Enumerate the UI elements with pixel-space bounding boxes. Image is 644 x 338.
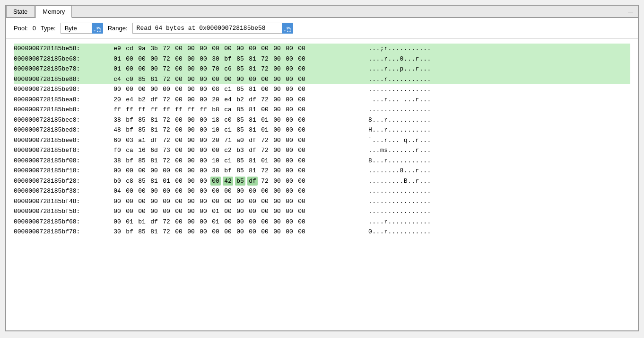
table-row: 0000000728185bf28:b0c88581010000000042b5…: [14, 176, 630, 187]
hex-address: 0000000728185bef8:: [14, 146, 108, 155]
table-row: 0000000728185bf68:0001b1df72000000010000…: [14, 217, 630, 227]
hex-byte: 00: [137, 166, 147, 176]
hex-byte: 00: [272, 227, 282, 237]
hex-byte: 72: [260, 54, 270, 64]
table-row: 0000000728185bf18:000000000000000038bf85…: [14, 166, 630, 176]
pool-value: 0: [33, 25, 36, 32]
tab-state[interactable]: State: [6, 6, 35, 17]
hex-byte: bf: [124, 116, 135, 125]
hex-byte: 00: [186, 95, 196, 105]
hex-address: 0000000728185bf08:: [14, 156, 108, 166]
hex-byte: 00: [284, 187, 295, 196]
hex-byte: 00: [284, 227, 295, 237]
hex-bytes-group: 38bf85817200000018c0858101000000: [112, 116, 363, 125]
ascii-representation: ...r... ...r...: [368, 95, 431, 105]
hex-byte: 00: [186, 187, 196, 196]
hex-byte: 00: [272, 54, 282, 64]
hex-byte: 00: [186, 146, 196, 155]
hex-byte: 42: [223, 177, 233, 186]
hex-address: 0000000728185bf68:: [14, 217, 108, 227]
hex-byte: 6d: [149, 146, 159, 155]
table-row: 0000000728185be98:000000000000000008c185…: [14, 84, 630, 95]
range-input-wrapper: [132, 23, 293, 34]
hex-byte: 00: [296, 227, 307, 237]
hex-byte: 00: [198, 217, 209, 227]
table-row: 0000000728185bf08:38bf85817200000010c185…: [14, 156, 630, 166]
hex-byte: ff: [198, 105, 209, 115]
hex-byte: 20: [210, 136, 221, 145]
hex-byte: 00: [296, 207, 307, 216]
table-row: 0000000728185bf78:30bf858172000000000000…: [14, 227, 630, 237]
hex-byte: 00: [284, 95, 295, 105]
hex-byte: 00: [235, 187, 245, 196]
hex-byte: 85: [137, 75, 147, 84]
hex-byte: 01: [112, 64, 122, 74]
hex-byte: 00: [198, 227, 209, 237]
hex-byte: 00: [137, 187, 147, 196]
hex-byte: 72: [161, 125, 172, 135]
hex-byte: 30: [210, 54, 221, 64]
hex-byte: df: [149, 95, 159, 105]
hex-byte: 81: [149, 116, 159, 125]
main-window: State Memory — Pool: 0 Type: Byte Word D…: [5, 5, 639, 331]
hex-byte: 81: [247, 125, 258, 135]
ascii-representation: ...ms.......r...: [368, 146, 431, 155]
range-input[interactable]: [132, 23, 293, 34]
hex-byte: 00: [174, 207, 184, 216]
hex-byte: 00: [174, 197, 184, 206]
hex-byte: 72: [161, 217, 172, 227]
hex-byte: 00: [296, 136, 307, 145]
hex-byte: 00: [174, 125, 184, 135]
hex-byte: 00: [174, 64, 184, 74]
hex-byte: 00: [198, 166, 209, 176]
hex-byte: c4: [112, 75, 122, 84]
hex-byte: 00: [284, 105, 295, 115]
hex-byte: df: [149, 136, 159, 145]
hex-byte: 01: [124, 217, 135, 227]
hex-byte: 00: [186, 116, 196, 125]
hex-bytes-group: 30bf8581720000000000000000000000: [112, 227, 363, 237]
minimize-button[interactable]: —: [623, 6, 638, 17]
hex-byte: 00: [186, 54, 196, 64]
hex-byte: 72: [161, 54, 172, 64]
hex-byte: 85: [235, 125, 245, 135]
hex-byte: 00: [149, 197, 159, 206]
hex-byte: 00: [161, 166, 172, 176]
hex-byte: 60: [112, 136, 122, 145]
hex-byte: 00: [186, 64, 196, 74]
hex-byte: 00: [296, 217, 307, 227]
type-select[interactable]: Byte Word DWord QWord: [61, 23, 103, 34]
hex-byte: 01: [260, 125, 270, 135]
hex-byte: 00: [260, 217, 270, 227]
hex-byte: 81: [149, 177, 159, 186]
table-row: 0000000728185bf58:0000000000000000010000…: [14, 206, 630, 217]
tab-memory[interactable]: Memory: [35, 6, 72, 18]
hex-byte: 10: [210, 125, 221, 135]
hex-byte: c1: [223, 85, 233, 94]
ascii-representation: 8...r...........: [368, 116, 431, 125]
hex-byte: 00: [186, 217, 196, 227]
hex-byte: 72: [260, 95, 270, 105]
table-row: 0000000728185bf38:0400000000000000000000…: [14, 186, 630, 196]
hex-byte: a1: [137, 136, 147, 145]
hex-byte: 00: [174, 217, 184, 227]
hex-byte: 00: [235, 227, 245, 237]
hex-byte: 00: [296, 156, 307, 166]
hex-byte: 00: [272, 197, 282, 206]
hex-byte: 00: [198, 197, 209, 206]
hex-byte: 00: [235, 207, 245, 216]
hex-byte: c1: [223, 156, 233, 166]
hex-byte: 20: [112, 95, 122, 105]
hex-byte: 00: [149, 187, 159, 196]
hex-byte: 10: [210, 156, 221, 166]
ascii-representation: ................: [368, 85, 431, 94]
hex-byte: ff: [137, 105, 147, 115]
hex-byte: c1: [223, 125, 233, 135]
hex-byte: 00: [296, 197, 307, 206]
table-row: 0000000728185bee8:6003a1df720000002071a0…: [14, 135, 630, 146]
ascii-representation: ................: [368, 207, 431, 216]
hex-byte: 81: [247, 105, 258, 115]
hex-byte: 00: [296, 95, 307, 105]
hex-byte: 00: [210, 146, 221, 155]
hex-address: 0000000728185bf38:: [14, 187, 108, 196]
